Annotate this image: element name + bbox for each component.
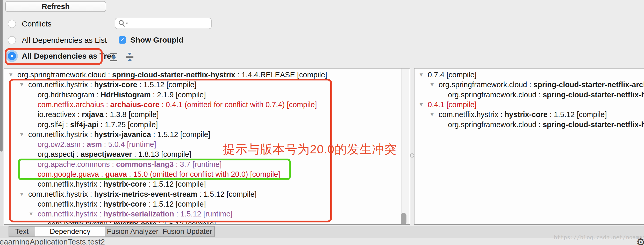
tree-row[interactable]: org.hdrhistogram : HdrHistogram : 2.1.9 … [38, 90, 206, 100]
tree-expand-icon[interactable]: ▼ [17, 130, 26, 139]
radio-all-dependencies-as-tree[interactable]: All Dependencies as Tree [8, 51, 116, 61]
tree-row[interactable]: org.slf4j : slf4j-api : 1.7.25 [compile] [38, 120, 158, 130]
radio-conflicts[interactable]: Conflicts [8, 19, 52, 29]
left-scroll-track [0, 0, 3, 245]
tree-row[interactable]: ▼com.netflix.hystrix : hystrix-serializa… [38, 209, 233, 219]
radio-icon[interactable] [8, 52, 16, 60]
checkbox-label: Show GroupId [130, 36, 183, 44]
splitter-handle[interactable] [410, 153, 414, 158]
tree-row[interactable]: ▼0.4.1 [compile] [428, 100, 477, 110]
radio-label: All Dependencies as Tree [22, 52, 116, 60]
tree-row[interactable]: ▼com.netflix.hystrix : hystrix-core : 1.… [28, 80, 197, 90]
checkbox-checked-icon[interactable]: ✓ [119, 36, 126, 44]
tree-row[interactable]: org.aspectj : aspectjweaver : 1.8.13 [co… [38, 149, 191, 159]
radio-icon[interactable] [8, 36, 16, 44]
tree-row[interactable]: org.ow2.asm : asm : 5.0.4 [runtime] [38, 139, 156, 149]
tree-expand-icon[interactable]: ▼ [26, 209, 36, 219]
refresh-button[interactable]: Refresh [5, 1, 106, 12]
radio-all-dependencies-as-list[interactable]: All Dependencies as List [8, 36, 107, 45]
tree-row[interactable]: ▼org.springframework.cloud : spring-clou… [17, 70, 327, 80]
tree-row[interactable]: com.netflix.hystrix : hystrix-core : 1.5… [48, 219, 216, 225]
show-groupid-checkbox-row[interactable]: ✓ Show GroupId [119, 36, 183, 44]
collapse-all-icon[interactable] [125, 52, 135, 62]
tree-expand-icon[interactable]: ▼ [6, 70, 16, 80]
left-scroll-thumb[interactable] [0, 0, 3, 152]
tree-expand-icon[interactable]: ▼ [427, 110, 437, 119]
tree-row[interactable]: com.google.guava : guava : 15.0 (omitted… [38, 169, 280, 179]
tree-row[interactable]: com.netflix.archaius : archaius-core : 0… [38, 100, 317, 110]
tree-expand-icon[interactable]: ▼ [417, 70, 426, 80]
expand-all-icon[interactable] [109, 52, 119, 62]
tree-expand-icon[interactable]: ▼ [417, 100, 426, 110]
status-text: eaarningApplicationTests.test2 [0, 237, 105, 245]
tree-row[interactable]: com.netflix.hystrix : hystrix-core : 1.5… [38, 179, 206, 189]
tab-dependency-analyzer[interactable]: Dependency Analyzer [35, 226, 105, 237]
tree-row[interactable]: ▼org.springframework.cloud : spring-clou… [439, 80, 644, 90]
tree-expand-icon[interactable]: ▼ [17, 189, 26, 199]
tab-fusion-analyzer[interactable]: Fusion Analyzer [105, 226, 160, 237]
left-panel-scrollbar[interactable] [401, 69, 409, 224]
tree-row[interactable]: ▼com.netflix.hystrix : hystrix-javanica … [28, 130, 210, 139]
tree-row[interactable]: org.apache.commons : commons-lang3 : 3.7… [38, 159, 222, 169]
dependency-tree-panel[interactable]: ▼org.springframework.cloud : spring-clou… [4, 68, 410, 225]
tree-row[interactable]: ▼com.netflix.hystrix : hystrix-core : 1.… [439, 110, 607, 119]
radio-label: All Dependencies as List [22, 36, 107, 45]
tree-row[interactable]: org.springframework.cloud : spring-cloud… [448, 120, 644, 130]
tree-row[interactable]: io.reactivex : rxjava : 1.3.8 [compile] [38, 110, 159, 119]
search-icon[interactable] [118, 19, 130, 27]
radio-label: Conflicts [22, 19, 52, 28]
usage-tree-panel[interactable]: ▼0.7.4 [compile]▼org.springframework.clo… [414, 68, 644, 225]
tree-expand-icon[interactable]: ▼ [427, 80, 437, 90]
tree-row[interactable]: ▼com.netflix.hystrix : hystrix-metrics-e… [28, 189, 257, 199]
search-input[interactable] [115, 18, 212, 29]
bottom-tab-bar: Text Dependency Analyzer Fusion Analyzer… [0, 226, 644, 237]
radio-icon[interactable] [8, 20, 16, 28]
gear-icon: ⚙ [636, 236, 644, 245]
status-bar: eaarningApplicationTests.test2 [0, 237, 644, 245]
left-panel-scroll-thumb[interactable] [401, 213, 406, 225]
tree-expand-icon[interactable]: ▼ [17, 80, 26, 90]
watermark-text: https://blog.csdn.net/noaman_wgs [554, 234, 644, 241]
tab-fusion-updater[interactable]: Fusion Updater [160, 226, 215, 237]
tree-row[interactable]: com.netflix.hystrix : hystrix-core : 1.5… [38, 199, 206, 209]
tab-text[interactable]: Text [9, 226, 35, 237]
tree-row[interactable]: org.springframework.cloud : spring-cloud… [448, 90, 644, 100]
tree-row[interactable]: ▼0.7.4 [compile] [428, 70, 477, 80]
